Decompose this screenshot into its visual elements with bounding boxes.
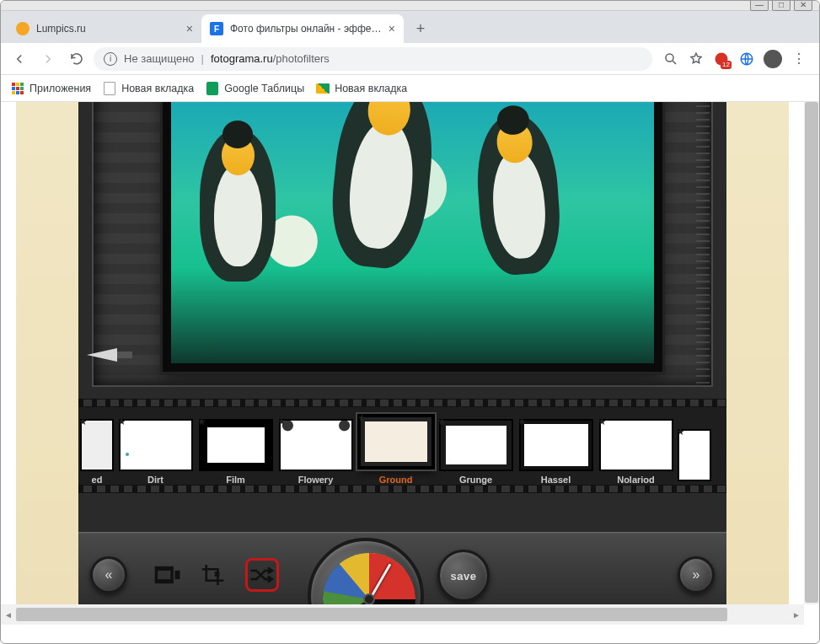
window-close-button[interactable]: ✕ (794, 0, 812, 11)
site-info-icon[interactable]: i (104, 52, 117, 66)
star-icon: ★ (197, 416, 206, 427)
extension-badge: 12 (721, 61, 732, 69)
scrollbar-vertical[interactable] (804, 102, 819, 604)
page-icon (104, 82, 115, 95)
scrollbar-thumb[interactable] (805, 102, 818, 603)
photo-content (171, 102, 654, 363)
filter-strip: ★ ed ★ Dirt ★ Film ★ Flowery (78, 399, 726, 493)
filter-thumb-hassel[interactable]: ★ Hassel (516, 419, 596, 485)
filter-thumb-nolariod[interactable]: ★ Nolariod (596, 419, 676, 485)
scroll-right-icon[interactable]: ► (789, 607, 804, 622)
svg-rect-4 (158, 571, 170, 579)
svg-rect-6 (155, 566, 174, 569)
tab-title: Lumpics.ru (36, 23, 180, 35)
photo-preview[interactable] (163, 102, 662, 372)
ruler-vertical-icon (696, 102, 710, 384)
favicon-lumpics-icon (16, 22, 29, 35)
nav-forward-button[interactable] (36, 47, 60, 71)
star-icon: ★ (357, 412, 367, 424)
bookmarks-bar: Приложения Новая вкладка Google Таблицы … (1, 75, 819, 102)
window-minimize-button[interactable]: — (750, 0, 769, 11)
sheets-icon (206, 82, 218, 95)
star-icon: ★ (676, 426, 685, 437)
bookmark-star-icon[interactable] (688, 51, 705, 67)
apps-grid-icon (12, 83, 24, 94)
profile-avatar[interactable] (764, 50, 782, 68)
tab-close-icon[interactable]: × (186, 22, 193, 35)
page-body: ★ ed ★ Dirt ★ Film ★ Flowery (16, 102, 789, 604)
tab-lumpics[interactable]: Lumpics.ru × (8, 14, 201, 43)
filter-thumbnails[interactable]: ★ ed ★ Dirt ★ Film ★ Flowery (78, 407, 726, 485)
filter-thumb-partial-right[interactable]: ★ (676, 429, 713, 485)
favicon-fotograma-icon: F (210, 22, 223, 35)
picture-icon (316, 83, 330, 94)
browser-menu-button[interactable]: ⋮ (791, 51, 807, 67)
star-icon: ★ (277, 416, 287, 427)
svg-rect-7 (155, 582, 174, 584)
star-icon: ★ (78, 416, 88, 427)
prev-button[interactable]: « (90, 556, 127, 593)
tab-fotograma[interactable]: F Фото фильтры онлайн - эффект… × (201, 14, 404, 43)
star-icon: ★ (598, 416, 607, 427)
scrollbar-horizontal[interactable]: ◄ ► (1, 604, 804, 625)
filter-thumb-film[interactable]: ★ Film (196, 419, 276, 485)
filter-thumb-partial-left[interactable]: ★ ed (78, 419, 115, 485)
svg-point-0 (666, 54, 673, 62)
bottom-toolbar: « (78, 532, 726, 613)
nav-back-button[interactable] (8, 47, 31, 71)
nav-reload-button[interactable] (65, 47, 88, 71)
url-bar[interactable]: i Не защищено | fotograma.ru/photofilter… (94, 47, 652, 71)
translate-globe-icon[interactable] (738, 51, 755, 67)
cutter-knife-icon[interactable] (87, 348, 132, 362)
window-maximize-button[interactable]: □ (772, 0, 791, 11)
tab-close-icon[interactable]: × (389, 22, 395, 35)
filter-thumb-grunge[interactable]: ★ Grunge (436, 419, 516, 485)
film-roll-tool[interactable] (151, 558, 185, 592)
shuffle-tool[interactable] (245, 558, 279, 592)
svg-rect-5 (175, 571, 180, 579)
extension-icon[interactable]: 12 (713, 51, 730, 67)
omnibox-search-icon[interactable] (662, 51, 679, 67)
save-button[interactable]: save (437, 550, 490, 602)
filter-thumb-ground[interactable]: ★ Ground (356, 419, 436, 485)
next-button[interactable]: » (678, 556, 715, 593)
bookmark-apps[interactable]: Приложения (11, 82, 91, 95)
star-icon: ★ (437, 416, 447, 427)
filter-thumb-dirt[interactable]: ★ Dirt (115, 419, 196, 485)
page-viewport: ★ ed ★ Dirt ★ Film ★ Flowery (1, 102, 819, 625)
filter-thumb-flowery[interactable]: ★ Flowery (276, 419, 356, 485)
star-icon: ★ (517, 416, 527, 427)
tab-strip: Lumpics.ru × F Фото фильтры онлайн - эфф… (1, 11, 819, 43)
bookmark-google-sheets[interactable]: Google Таблицы (206, 82, 304, 95)
window-titlebar: — □ ✕ (1, 1, 819, 11)
scroll-left-icon[interactable]: ◄ (1, 607, 16, 622)
new-tab-button[interactable]: + (409, 17, 432, 40)
security-label: Не защищено (124, 52, 195, 65)
crop-tool[interactable] (198, 558, 232, 592)
editor-canvas-area (92, 102, 713, 387)
address-bar: i Не защищено | fotograma.ru/photofilter… (1, 43, 819, 75)
bookmark-new-tab-1[interactable]: Новая вкладка (103, 82, 194, 95)
star-icon: ★ (117, 416, 126, 427)
scrollbar-thumb-h[interactable] (16, 608, 727, 621)
photo-editor-app: ★ ed ★ Dirt ★ Film ★ Flowery (78, 102, 726, 613)
bookmark-new-tab-2[interactable]: Новая вкладка (316, 82, 407, 95)
url-text: fotograma.ru/photofilters (211, 52, 330, 65)
tab-title: Фото фильтры онлайн - эффект… (230, 23, 382, 35)
